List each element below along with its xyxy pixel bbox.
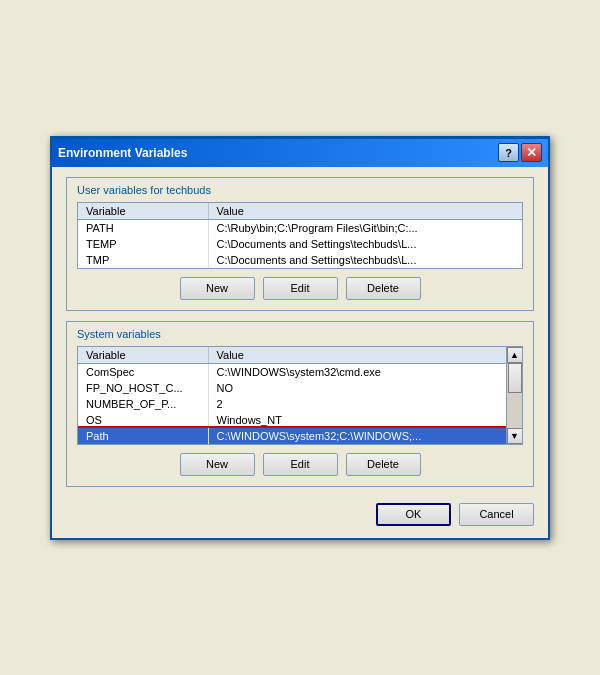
title-bar-buttons: ? ✕ (498, 143, 542, 162)
user-variables-group: User variables for techbuds Variable Val… (66, 177, 534, 311)
sys-table-row[interactable]: PathC:\WINDOWS\system32;C:\WINDOWS;... (78, 428, 506, 444)
sys-var-value: 2 (208, 396, 506, 412)
user-table-row[interactable]: TMPC:\Documents and Settings\techbuds\L.… (78, 252, 522, 268)
sys-var-value: C:\WINDOWS\system32\cmd.exe (208, 363, 506, 380)
system-variables-table-wrapper: Variable Value ComSpecC:\WINDOWS\system3… (77, 346, 523, 445)
close-button[interactable]: ✕ (521, 143, 542, 162)
sys-col-variable: Variable (78, 347, 208, 364)
sys-table-row[interactable]: FP_NO_HOST_C...NO (78, 380, 506, 396)
sys-var-value: NO (208, 380, 506, 396)
user-var-value: C:\Ruby\bin;C:\Program Files\Git\bin;C:.… (208, 219, 522, 236)
user-table-row[interactable]: TEMPC:\Documents and Settings\techbuds\L… (78, 236, 522, 252)
user-table-row[interactable]: PATHC:\Ruby\bin;C:\Program Files\Git\bin… (78, 219, 522, 236)
user-variables-table: Variable Value PATHC:\Ruby\bin;C:\Progra… (78, 203, 522, 268)
user-variables-buttons: New Edit Delete (77, 277, 523, 300)
scroll-up-arrow[interactable]: ▲ (507, 347, 523, 363)
sys-var-value: Windows_NT (208, 412, 506, 428)
user-var-name: TEMP (78, 236, 208, 252)
sys-var-name: FP_NO_HOST_C... (78, 380, 208, 396)
user-new-button[interactable]: New (180, 277, 255, 300)
user-var-name: PATH (78, 219, 208, 236)
system-variables-legend: System variables (77, 328, 523, 340)
system-table-scroll-inner: Variable Value ComSpecC:\WINDOWS\system3… (78, 347, 522, 444)
user-col-value: Value (208, 203, 522, 220)
scroll-down-arrow[interactable]: ▼ (507, 428, 523, 444)
user-var-value: C:\Documents and Settings\techbuds\L... (208, 252, 522, 268)
user-var-name: TMP (78, 252, 208, 268)
help-button[interactable]: ? (498, 143, 519, 162)
scroll-track[interactable] (507, 363, 522, 428)
system-variables-group: System variables Variable Value ComSpecC… (66, 321, 534, 487)
system-variables-table: Variable Value ComSpecC:\WINDOWS\system3… (78, 347, 506, 444)
title-bar: Environment Variables ? ✕ (52, 139, 548, 167)
sys-var-name: OS (78, 412, 208, 428)
user-var-value: C:\Documents and Settings\techbuds\L... (208, 236, 522, 252)
environment-variables-dialog: Environment Variables ? ✕ User variables… (50, 136, 550, 540)
dialog-title: Environment Variables (58, 146, 187, 160)
sys-new-button[interactable]: New (180, 453, 255, 476)
sys-var-name: NUMBER_OF_P... (78, 396, 208, 412)
cancel-button[interactable]: Cancel (459, 503, 534, 526)
user-col-variable: Variable (78, 203, 208, 220)
ok-button[interactable]: OK (376, 503, 451, 526)
user-edit-button[interactable]: Edit (263, 277, 338, 300)
scroll-thumb[interactable] (508, 363, 522, 393)
user-delete-button[interactable]: Delete (346, 277, 421, 300)
user-variables-legend: User variables for techbuds (77, 184, 523, 196)
sys-table-row[interactable]: OSWindows_NT (78, 412, 506, 428)
sys-delete-button[interactable]: Delete (346, 453, 421, 476)
user-variables-table-wrapper: Variable Value PATHC:\Ruby\bin;C:\Progra… (77, 202, 523, 269)
system-variables-buttons: New Edit Delete (77, 453, 523, 476)
sys-var-name: Path (78, 428, 208, 444)
sys-var-name: ComSpec (78, 363, 208, 380)
sys-edit-button[interactable]: Edit (263, 453, 338, 476)
system-table-scrollbar[interactable]: ▲ ▼ (506, 347, 522, 444)
dialog-body: User variables for techbuds Variable Val… (52, 167, 548, 538)
footer-buttons: OK Cancel (66, 497, 534, 526)
sys-table-row[interactable]: ComSpecC:\WINDOWS\system32\cmd.exe (78, 363, 506, 380)
sys-table-row[interactable]: NUMBER_OF_P...2 (78, 396, 506, 412)
sys-var-value: C:\WINDOWS\system32;C:\WINDOWS;... (208, 428, 506, 444)
sys-col-value: Value (208, 347, 506, 364)
